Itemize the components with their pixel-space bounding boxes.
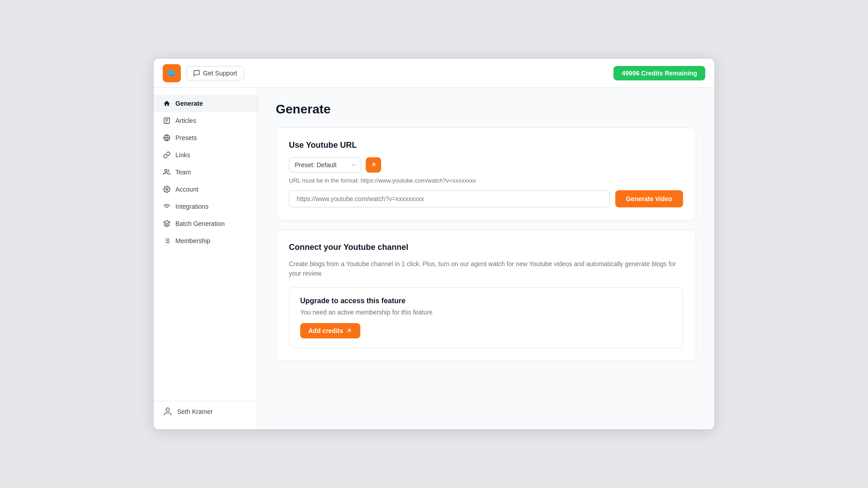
layers-icon: [163, 220, 171, 228]
add-credits-button[interactable]: Add credits: [300, 323, 360, 338]
users-icon: [163, 168, 171, 176]
sidebar: Generate Articles Presets: [154, 88, 258, 429]
credits-badge[interactable]: 49996 Credits Remaining: [613, 66, 705, 80]
nav-items: Generate Articles Presets: [154, 95, 257, 249]
youtube-channel-card: Connect your Youtube channel Create blog…: [276, 230, 696, 361]
get-support-button[interactable]: Get Support: [186, 66, 244, 80]
youtube-url-card: Use Youtube URL Preset: DefaultCustom Pr…: [276, 127, 696, 221]
list-icon: [163, 237, 171, 245]
support-label: Get Support: [203, 70, 237, 77]
sidebar-item-membership[interactable]: Membership: [154, 232, 257, 249]
upgrade-box: Upgrade to access this feature You need …: [289, 287, 683, 348]
channel-description: Create blogs from a Youtube channel in 1…: [289, 259, 683, 278]
user-avatar-icon: [163, 407, 173, 417]
svg-point-6: [165, 169, 167, 172]
sidebar-item-links[interactable]: Links: [154, 146, 257, 164]
svg-marker-9: [164, 221, 170, 224]
url-input-row: Generate Video: [289, 190, 683, 207]
header-left: 🐦 Get Support: [163, 64, 244, 82]
sidebar-item-batch-generation[interactable]: Batch Generation: [154, 215, 257, 232]
preset-select[interactable]: Preset: DefaultCustom Preset 1: [289, 157, 361, 173]
header: 🐦 Get Support 49996 Credits Remaining: [154, 59, 714, 88]
sidebar-item-account[interactable]: Account: [154, 181, 257, 198]
svg-point-16: [166, 408, 169, 411]
file-text-icon: [163, 117, 171, 125]
main-content: Generate Use Youtube URL Preset: Default…: [258, 88, 714, 429]
globe-icon: [163, 134, 171, 142]
preset-row: Preset: DefaultCustom Preset 1: [289, 157, 683, 173]
sidebar-item-presets[interactable]: Presets: [154, 129, 257, 146]
upgrade-title: Upgrade to access this feature: [300, 297, 672, 305]
svg-point-7: [166, 188, 168, 190]
page-title: Generate: [276, 102, 696, 117]
arrow-icon: [346, 328, 352, 334]
logo-icon[interactable]: 🐦: [163, 64, 181, 82]
youtube-url-input[interactable]: [289, 190, 610, 207]
youtube-url-title: Use Youtube URL: [289, 141, 683, 150]
link-icon: [163, 151, 171, 159]
url-hint: URL must be in the format: https://www.y…: [289, 177, 683, 184]
preset-edit-button[interactable]: [366, 157, 381, 173]
settings-icon: [163, 185, 171, 193]
sidebar-item-team[interactable]: Team: [154, 164, 257, 181]
sidebar-item-integrations[interactable]: Integrations: [154, 198, 257, 215]
home-icon: [163, 99, 171, 108]
user-profile[interactable]: Seth Kramer: [154, 401, 257, 422]
channel-title: Connect your Youtube channel: [289, 243, 683, 252]
sidebar-item-articles[interactable]: Articles: [154, 112, 257, 129]
wifi-icon: [163, 202, 171, 211]
generate-video-button[interactable]: Generate Video: [615, 190, 683, 207]
user-name: Seth Kramer: [177, 408, 213, 415]
upgrade-desc: You need an active membership for this f…: [300, 309, 672, 316]
edit-icon: [370, 162, 377, 168]
support-icon: [193, 70, 200, 77]
sidebar-item-generate[interactable]: Generate: [154, 95, 257, 112]
